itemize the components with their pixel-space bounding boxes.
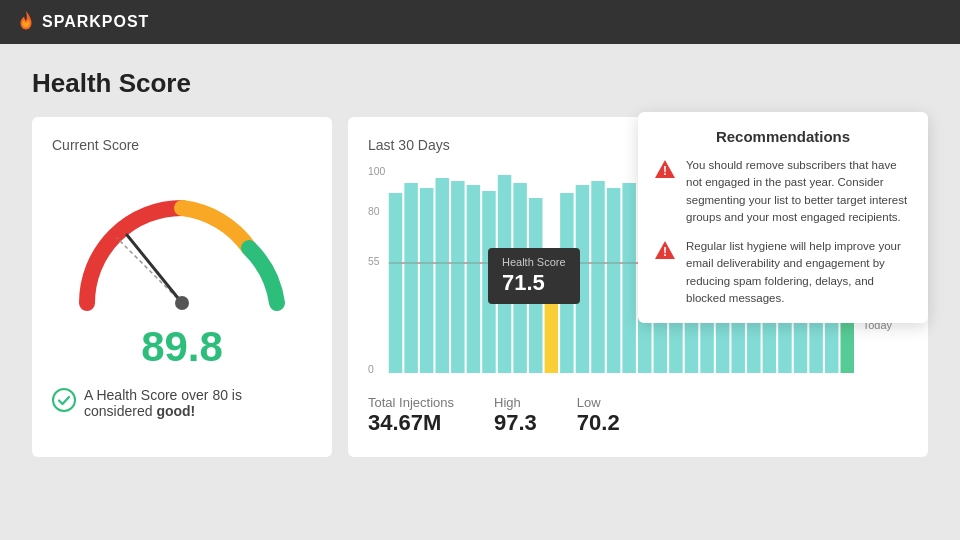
svg-text:!: !	[663, 245, 667, 259]
sparkpost-flame-icon	[16, 10, 36, 34]
score-note: A Health Score over 80 is considered goo…	[52, 387, 312, 419]
svg-point-3	[53, 389, 75, 411]
svg-text:100: 100	[368, 166, 386, 177]
svg-rect-13	[451, 181, 465, 373]
stat-total-injections: Total Injections 34.67M	[368, 395, 454, 436]
svg-rect-18	[529, 198, 543, 373]
header: SPARKPOST	[0, 0, 960, 44]
logo: SPARKPOST	[16, 10, 149, 34]
warning-icon-2: !	[654, 240, 676, 307]
svg-rect-9	[389, 193, 403, 373]
stat-high-value: 97.3	[494, 410, 537, 436]
svg-rect-21	[576, 185, 590, 373]
stat-total-value: 34.67M	[368, 410, 454, 436]
gauge-svg	[67, 163, 297, 333]
gauge-container	[52, 163, 312, 333]
score-card: Current Score	[32, 117, 332, 457]
svg-text:0: 0	[368, 364, 374, 375]
stat-high-label: High	[494, 395, 537, 410]
chart-stats: Total Injections 34.67M High 97.3 Low 70…	[368, 395, 908, 436]
svg-rect-38	[841, 323, 855, 373]
stat-low: Low 70.2	[577, 395, 620, 436]
rec-text-1: You should remove subscribers that have …	[686, 157, 912, 226]
svg-text:!: !	[663, 164, 667, 178]
svg-line-1	[127, 235, 182, 303]
svg-rect-16	[498, 175, 512, 373]
check-icon	[52, 388, 76, 418]
svg-rect-22	[591, 181, 605, 373]
svg-text:55: 55	[368, 256, 380, 267]
svg-rect-10	[404, 183, 418, 373]
stat-low-value: 70.2	[577, 410, 620, 436]
svg-text:80: 80	[368, 206, 380, 217]
svg-rect-23	[607, 188, 621, 373]
rec-text-2: Regular list hygiene will help improve y…	[686, 238, 912, 307]
recommendations-title: Recommendations	[654, 128, 912, 145]
svg-rect-14	[467, 185, 481, 373]
svg-rect-19	[545, 273, 559, 373]
svg-rect-12	[436, 178, 450, 373]
svg-rect-11	[420, 188, 434, 373]
logo-text: SPARKPOST	[42, 13, 149, 31]
score-card-label: Current Score	[52, 137, 312, 153]
recommendation-item-2: ! Regular list hygiene will help improve…	[654, 238, 912, 307]
svg-point-2	[175, 296, 189, 310]
main-content: Health Score Current Score	[0, 44, 960, 481]
recommendation-item-1: ! You should remove subscribers that hav…	[654, 157, 912, 226]
svg-rect-17	[513, 183, 527, 373]
stat-low-label: Low	[577, 395, 620, 410]
warning-icon-1: !	[654, 159, 676, 226]
recommendations-panel: Recommendations ! You should remove subs…	[638, 112, 928, 323]
score-note-text: A Health Score over 80 is considered goo…	[84, 387, 312, 419]
page-title: Health Score	[32, 68, 928, 99]
stat-total-label: Total Injections	[368, 395, 454, 410]
svg-rect-20	[560, 193, 574, 373]
svg-rect-24	[622, 183, 636, 373]
stat-high: High 97.3	[494, 395, 537, 436]
svg-rect-15	[482, 191, 496, 373]
